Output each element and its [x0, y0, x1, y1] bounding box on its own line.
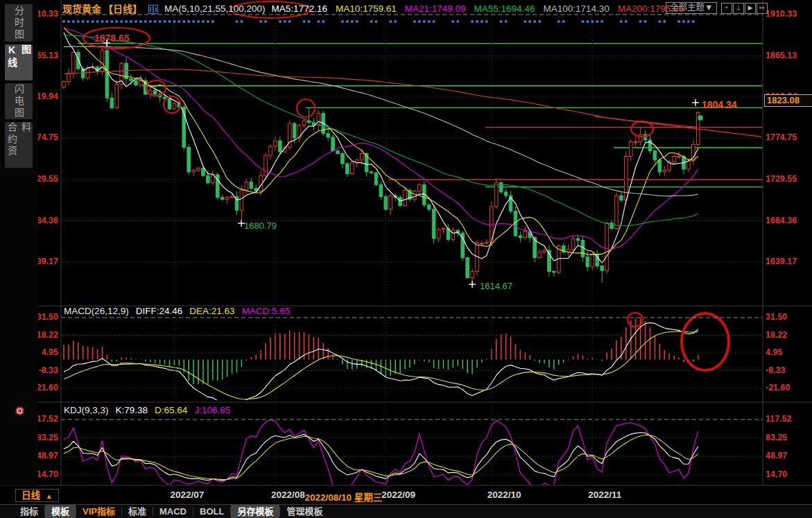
- right-axis-label: 31.50: [766, 312, 810, 322]
- macd-diff-value: DIFF:24.46: [136, 306, 183, 316]
- macd-dea-value: DEA:21.63: [189, 306, 234, 316]
- period-label: 【日线】: [103, 1, 142, 15]
- crosshair-price-tag: 1823.08: [764, 94, 812, 107]
- right-axis-label: 1865.13: [766, 51, 810, 60]
- theme-selector-button[interactable]: 全部主题▼: [666, 2, 717, 14]
- right-axis-label: -21.60: [766, 383, 810, 392]
- ma-value-3: MA21:1749.09: [405, 3, 466, 14]
- kdj-panel-header: KDJ(9,3,3) K:79.38 D:65.64 J:106.85: [64, 405, 230, 415]
- right-axis-label: 4.95: [766, 347, 810, 357]
- ma-legend: MA5:1772.16MA10:1759.61MA21:1749.09MA55:…: [272, 3, 684, 14]
- svg-text:1804.34: 1804.34: [702, 99, 737, 110]
- period-selector[interactable]: 日线 ▲: [15, 489, 59, 502]
- ma-value-4: MA55:1694.46: [474, 3, 535, 14]
- kdj-k-value: K:79.38: [116, 405, 148, 415]
- right-axis-label: 48.97: [766, 451, 810, 460]
- chart-canvas[interactable]: 1878.651680.791614.671804.34: [0, 0, 812, 518]
- date-label: 2022/08: [271, 490, 305, 500]
- move-layout-icon[interactable]: +: [721, 3, 732, 14]
- svg-text:1680.79: 1680.79: [244, 221, 277, 231]
- sidebar-tab-2[interactable]: K线图: [5, 44, 33, 80]
- right-axis-label: 14.70: [766, 469, 810, 479]
- right-axis-label: 117.52: [766, 414, 810, 424]
- date-label-highlight: 2022/08/10 星期三: [304, 490, 382, 503]
- kline-style-icon[interactable]: [148, 4, 158, 13]
- macd-label: MACD(26,12,9): [64, 306, 129, 316]
- date-axis-row: 日线 ▲ 2022/072022/082022/08/10 星期三2022/09…: [0, 486, 812, 505]
- kdj-d-value: D:65.64: [155, 405, 187, 415]
- tab-模板[interactable]: 模板: [45, 505, 76, 518]
- tab-另存模板[interactable]: 另存模板: [231, 505, 279, 518]
- ma-settings: MA(5,10,21,55,100,200): [164, 3, 266, 14]
- macd-macd-value: MACD:5.65: [242, 306, 291, 316]
- right-axis-label: 1774.75: [766, 132, 810, 142]
- ma-value-1: MA5:1772.16: [272, 3, 327, 14]
- triangle-up-icon: ▲: [46, 492, 53, 500]
- right-axis-label: 1639.17: [766, 257, 810, 266]
- right-axis-label: -8.33: [766, 365, 810, 375]
- date-label: 2022/10: [487, 490, 521, 500]
- right-axis-label: 18.22: [766, 330, 810, 340]
- svg-text:1878.65: 1878.65: [94, 33, 130, 44]
- alert-dot-icon: [15, 406, 24, 415]
- symbol-name: 现货黄金: [62, 1, 101, 15]
- tab-标准[interactable]: 标准: [122, 505, 153, 518]
- date-label: 2022/11: [588, 490, 621, 500]
- ma-value-5: MA100:1714.30: [543, 3, 609, 14]
- right-axis-label: 83.25: [766, 433, 810, 442]
- fit-axis-icon[interactable]: ⊥: [733, 3, 744, 14]
- tab-MACD[interactable]: MACD: [153, 505, 193, 518]
- step-forward-icon[interactable]: ↦: [757, 3, 768, 14]
- chart-header: 现货黄金 【日线】 MA(5,10,21,55,100,200) MA5:177…: [62, 2, 684, 15]
- right-axis-label: 1910.33: [766, 9, 810, 19]
- right-axis-label: 1684.36: [766, 216, 810, 225]
- tab-指标[interactable]: 指标: [14, 505, 44, 518]
- tab-BOLL[interactable]: BOLL: [193, 505, 230, 518]
- svg-text:1614.67: 1614.67: [480, 281, 512, 291]
- kdj-label: KDJ(9,3,3): [64, 405, 109, 415]
- kdj-j-value: J:106.85: [194, 405, 230, 415]
- ma-value-2: MA10:1759.61: [336, 3, 397, 14]
- date-label: 2022/07: [170, 490, 204, 500]
- tab-VIP指标[interactable]: VIP指标: [76, 505, 121, 518]
- tab-管理模板[interactable]: 管理模板: [280, 505, 329, 518]
- sidebar-tab-3[interactable]: 闪电图: [5, 83, 33, 119]
- bottom-tab-bar: 指标模板VIP指标标准MACDBOLL另存模板管理模板: [0, 505, 812, 518]
- date-label: 2022/09: [381, 490, 415, 500]
- play-forward-icon[interactable]: ▶: [745, 3, 756, 14]
- trading-app: 1878.651680.791614.671804.34 分时图K线图闪电图合约…: [0, 0, 812, 518]
- sidebar-tab-4[interactable]: 合约资料: [5, 122, 33, 168]
- right-axis-label: 1729.55: [766, 174, 810, 184]
- sidebar-tab-1[interactable]: 分时图: [5, 4, 33, 42]
- macd-panel-header: MACD(26,12,9) DIFF:24.46 DEA:21.63 MACD:…: [64, 306, 290, 316]
